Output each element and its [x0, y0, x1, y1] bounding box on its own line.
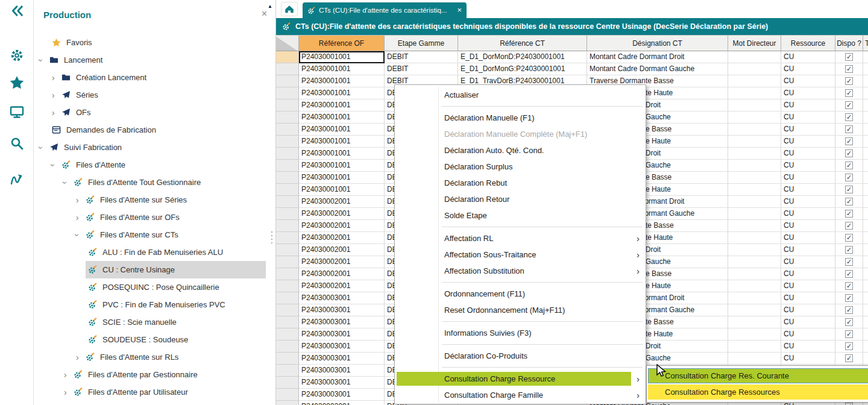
tree-item[interactable]: › OFs: [34, 104, 266, 121]
tree-item[interactable]: › Files d'Attente sur CTs: [34, 226, 266, 243]
menu-item[interactable]: Consultation Charge Famille ›: [395, 387, 646, 403]
rail-screens-button[interactable]: [8, 104, 26, 121]
cell-reference-of[interactable]: P24030002001: [299, 268, 385, 280]
tree-item[interactable]: › Lancement: [34, 51, 266, 69]
dispo-checkbox[interactable]: ✓: [845, 342, 853, 350]
menu-item[interactable]: ›: [395, 224, 646, 230]
table-row[interactable]: P24030001001 DEBIT E_D1_DorMonG:P2403000…: [276, 63, 868, 75]
dispo-checkbox[interactable]: ✓: [845, 89, 853, 97]
dispo-checkbox[interactable]: ✓: [845, 174, 853, 181]
expander-icon[interactable]: ›: [76, 353, 86, 362]
dispo-checkbox[interactable]: ✓: [845, 306, 853, 314]
menu-item[interactable]: ›: [395, 341, 646, 348]
tree-item[interactable]: › Suivi Fabrication: [34, 139, 266, 156]
row-selector-cell[interactable]: [276, 75, 299, 87]
expander-icon[interactable]: ›: [40, 143, 49, 152]
menu-item[interactable]: ›: [395, 364, 646, 371]
cell-reference-of[interactable]: P24030002001: [299, 220, 385, 232]
column-header[interactable]: T: [863, 35, 868, 51]
menu-item[interactable]: Déclaration Manuelle Complète (Maj+F1) ›: [395, 126, 646, 142]
dispo-checkbox[interactable]: ✓: [845, 186, 853, 193]
column-header[interactable]: Dispo ?: [835, 35, 863, 51]
tree-item[interactable]: › ALU : Fin de Fab Menuiseries ALU: [34, 243, 266, 261]
cell-reference-of[interactable]: P24030002001: [299, 280, 385, 292]
expander-icon[interactable]: ›: [40, 55, 49, 65]
tree-item[interactable]: › Files d'Attente sur RLs: [34, 348, 266, 366]
tree-item[interactable]: › Files d'Attente par Gestionnaire: [34, 366, 266, 383]
row-selector-cell[interactable]: [276, 220, 299, 232]
row-selector-cell[interactable]: [276, 232, 299, 244]
row-selector-cell[interactable]: [276, 136, 299, 148]
row-selector-cell[interactable]: [276, 51, 299, 63]
menu-item[interactable]: Déclaration Rebut ›: [395, 175, 646, 191]
cell-reference-of[interactable]: P24030002001: [299, 232, 385, 244]
scroll-up-arrow[interactable]: ▲: [268, 4, 272, 9]
tree-item[interactable]: › Files d'Attente: [34, 156, 266, 174]
cell-reference-of[interactable]: P24030003001: [299, 304, 385, 316]
expander-icon[interactable]: ›: [64, 370, 74, 380]
menu-item[interactable]: Affectation Substitution ›: [395, 263, 646, 279]
menu-item[interactable]: Déclaration Manuelle (F1) ›: [395, 110, 646, 126]
dispo-checkbox[interactable]: ✓: [845, 330, 853, 338]
row-selector-cell[interactable]: [276, 401, 299, 405]
row-selector-cell[interactable]: [276, 268, 299, 280]
row-selector-cell[interactable]: [276, 353, 299, 365]
row-selector-cell[interactable]: [276, 244, 299, 256]
cell-reference-of[interactable]: P24030002001: [299, 208, 385, 220]
row-selector-cell[interactable]: [276, 148, 299, 160]
rail-modules-button[interactable]: [8, 47, 26, 64]
cell-reference-of[interactable]: P24030001001: [299, 148, 385, 160]
menu-item[interactable]: ›: [395, 279, 646, 286]
tree-item[interactable]: › CU : Centre Usinage: [34, 261, 266, 278]
row-selector-cell[interactable]: [276, 99, 299, 111]
select-all-corner[interactable]: [276, 35, 299, 51]
tree-item[interactable]: › Files d'Attente par Utilisateur: [34, 383, 266, 401]
tree-item[interactable]: › Files d'Attente sur OFs: [34, 209, 266, 226]
cell-reference-of[interactable]: P24030003001: [299, 401, 385, 405]
tree-item[interactable]: › Favoris: [34, 34, 266, 51]
cell-reference-of[interactable]: P24030003001: [299, 292, 385, 304]
cell-reference-of[interactable]: P24030001001: [299, 51, 385, 63]
expander-icon[interactable]: ›: [52, 73, 61, 83]
tree-item[interactable]: › SCIE : Scie manuelle: [34, 313, 266, 331]
dispo-checkbox[interactable]: ✓: [845, 403, 853, 405]
dispo-checkbox[interactable]: ✓: [845, 354, 853, 362]
cell-reference-of[interactable]: P24030003001: [299, 389, 385, 401]
dispo-checkbox[interactable]: ✓: [845, 222, 853, 230]
close-tab-button[interactable]: ×: [457, 7, 462, 14]
cell-reference-of[interactable]: P24030003001: [299, 365, 385, 377]
cell-reference-of[interactable]: P24030001001: [299, 124, 385, 136]
expander-icon[interactable]: ›: [64, 388, 74, 397]
menu-item[interactable]: Affectation Sous-Traitance ›: [395, 246, 646, 263]
menu-item[interactable]: Solde Etape ›: [395, 207, 646, 224]
row-selector-cell[interactable]: [276, 316, 299, 328]
row-selector-cell[interactable]: [276, 208, 299, 220]
dispo-checkbox[interactable]: ✓: [845, 137, 853, 145]
cell-reference-of[interactable]: P24030001001: [299, 99, 385, 111]
menu-item[interactable]: Reset Ordonnancement (Maj+F11) ›: [395, 302, 646, 318]
expander-icon[interactable]: ›: [52, 108, 61, 118]
row-selector-cell[interactable]: [276, 87, 299, 99]
expander-icon[interactable]: ›: [52, 160, 61, 170]
submenu-item[interactable]: Consultation Charge Ressources: [647, 384, 868, 400]
cell-reference-of[interactable]: P24030003001: [299, 316, 385, 328]
dispo-checkbox[interactable]: ✓: [845, 246, 853, 254]
menu-item[interactable]: Affectation RL ›: [395, 230, 646, 246]
collapse-sidebar-button[interactable]: [8, 2, 26, 19]
tree-item[interactable]: › Files d'Attente sur Séries: [34, 191, 266, 209]
row-selector-cell[interactable]: [276, 111, 299, 124]
tree-item[interactable]: › Demandes de Fabrication: [34, 121, 266, 139]
row-selector-cell[interactable]: [276, 292, 299, 304]
expander-icon[interactable]: ›: [52, 90, 61, 100]
cell-reference-of[interactable]: P24030001001: [299, 136, 385, 148]
dispo-checkbox[interactable]: ✓: [845, 258, 853, 266]
row-selector-cell[interactable]: [276, 365, 299, 377]
table-row[interactable]: P24030001001 DEBIT E_D1_DorMonD:P2403000…: [276, 51, 868, 63]
menu-item[interactable]: Actualiser ›: [395, 87, 646, 103]
tree-item[interactable]: › Files d'Attente Tout Gestionnaire: [34, 174, 266, 191]
menu-item[interactable]: Consultation Charge Ressource ›: [395, 371, 646, 387]
dispo-checkbox[interactable]: ✓: [845, 149, 853, 157]
dispo-checkbox[interactable]: ✓: [845, 282, 853, 290]
expander-icon[interactable]: ›: [64, 178, 74, 187]
column-header[interactable]: Désignation CT: [587, 35, 728, 51]
